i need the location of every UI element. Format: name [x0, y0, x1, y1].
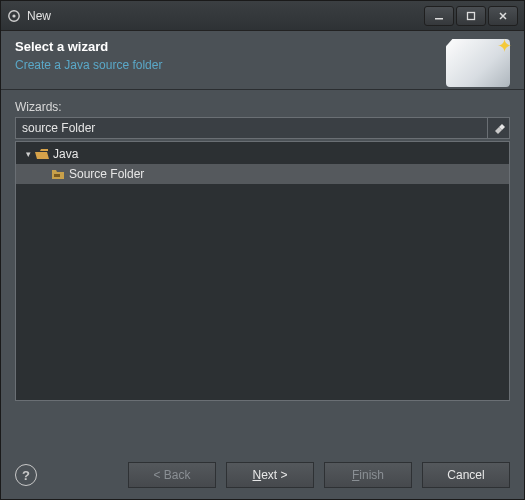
tree-group-java[interactable]: ▾ Java — [16, 144, 509, 164]
source-folder-icon — [50, 166, 66, 182]
wizard-filter-input[interactable] — [15, 117, 488, 139]
collapse-arrow-icon[interactable]: ▾ — [22, 149, 34, 159]
window-controls — [422, 6, 518, 26]
button-bar: ? < Back Next > Finish Cancel — [1, 451, 524, 499]
svg-rect-4 — [54, 174, 60, 177]
next-button[interactable]: Next > — [226, 462, 314, 488]
svg-rect-2 — [435, 18, 443, 20]
new-star-icon: ✦ — [497, 35, 512, 57]
tree-item-source-folder[interactable]: Source Folder — [16, 164, 509, 184]
wizard-tree[interactable]: ▾ Java Source Folder — [15, 141, 510, 401]
wizards-label: Wizards: — [15, 100, 510, 114]
dialog-window: New Select a wizard Create a Java source… — [0, 0, 525, 500]
finish-button[interactable]: Finish — [324, 462, 412, 488]
folder-open-icon — [34, 146, 50, 162]
tree-item-label: Source Folder — [69, 167, 144, 181]
cancel-button[interactable]: Cancel — [422, 462, 510, 488]
maximize-button[interactable] — [456, 6, 486, 26]
app-icon — [7, 9, 21, 23]
tree-group-label: Java — [53, 147, 78, 161]
wizard-banner: Select a wizard Create a Java source fol… — [1, 31, 524, 89]
minimize-button[interactable] — [424, 6, 454, 26]
window-title: New — [27, 9, 422, 23]
help-button[interactable]: ? — [15, 464, 37, 486]
back-button[interactable]: < Back — [128, 462, 216, 488]
svg-point-1 — [12, 14, 15, 17]
content-area: Wizards: ▾ Java Source Folder — [1, 89, 524, 451]
clear-filter-button[interactable] — [488, 117, 510, 139]
banner-image: ✦ — [445, 39, 510, 89]
banner-subtitle: Create a Java source folder — [15, 58, 445, 72]
close-button[interactable] — [488, 6, 518, 26]
banner-title: Select a wizard — [15, 39, 445, 54]
svg-rect-3 — [468, 12, 475, 19]
titlebar[interactable]: New — [1, 1, 524, 31]
eraser-icon — [493, 122, 505, 134]
